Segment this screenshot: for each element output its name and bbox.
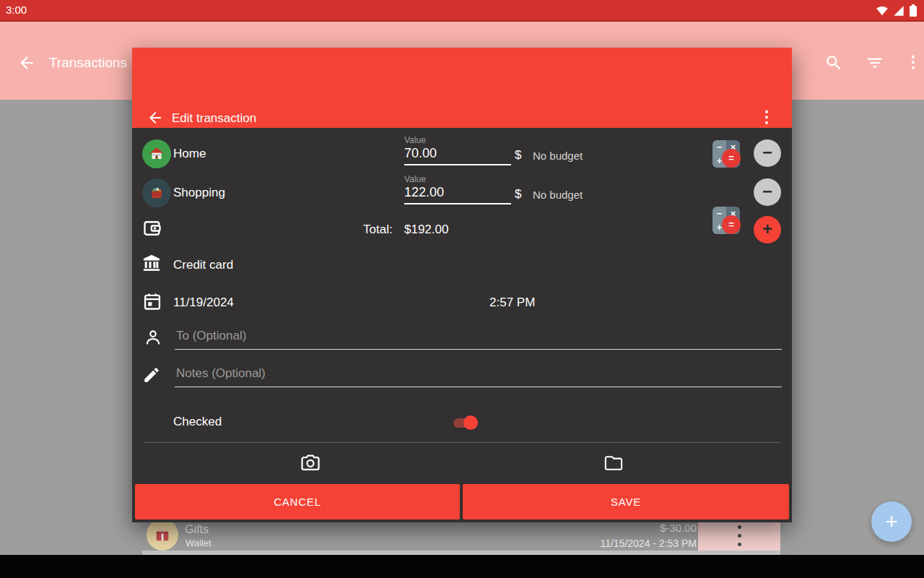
add-category-button[interactable]: +	[754, 216, 781, 243]
category-name[interactable]: Shopping	[173, 186, 225, 200]
page-title: Transactions	[49, 55, 127, 71]
currency-symbol: $	[515, 148, 521, 163]
calendar-icon	[142, 291, 162, 311]
back-arrow-icon[interactable]	[17, 53, 36, 72]
wallet-icon	[142, 218, 162, 238]
dialog-overflow-icon[interactable]: ⋮	[758, 108, 775, 126]
wifi-icon	[876, 5, 888, 17]
total-label: Total:	[363, 223, 393, 237]
gift-category-icon	[147, 519, 178, 551]
time-value[interactable]: 2:57 PM	[489, 296, 535, 310]
list-item-subtitle: Wallet	[186, 538, 212, 548]
home-category-icon[interactable]	[142, 139, 171, 168]
list-item-datetime: 11/15/2024 - 2:53 PM	[600, 538, 697, 549]
total-value: $192.00	[404, 223, 448, 237]
add-transaction-fab[interactable]: +	[871, 501, 912, 542]
value-label: Value	[404, 174, 426, 184]
calculator-icon[interactable]: −× + =	[712, 140, 740, 168]
remove-category-button[interactable]: −	[754, 139, 781, 167]
category-name[interactable]: Home	[173, 147, 206, 161]
checked-label: Checked	[173, 415, 222, 429]
status-time: 3:00	[6, 4, 27, 16]
value-label: Value	[404, 135, 426, 145]
bank-icon	[141, 254, 162, 274]
camera-icon[interactable]	[300, 452, 321, 473]
android-nav-bar	[0, 555, 924, 578]
cancel-button[interactable]: CANCEL	[135, 484, 460, 519]
edit-transaction-dialog: Edit transaction ⋮ Home Value $ No budge…	[132, 48, 792, 522]
remove-category-button[interactable]: −	[754, 178, 781, 206]
screen: 3:00 Transactions ⋮ Gifts Wallet $-30.00…	[0, 0, 924, 578]
filter-icon[interactable]	[866, 53, 884, 72]
to-input[interactable]	[175, 329, 782, 350]
cell-signal-icon	[893, 5, 905, 17]
dialog-title: Edit transaction	[172, 111, 256, 126]
pencil-icon	[142, 366, 161, 384]
list-item-amount: $-30.00	[660, 522, 697, 534]
budget-status: No budget	[533, 189, 583, 201]
folder-icon[interactable]	[603, 453, 624, 473]
dialog-back-arrow-icon[interactable]	[147, 109, 164, 126]
calculator-icon[interactable]: −× + =	[712, 207, 740, 234]
value-input[interactable]	[404, 185, 511, 204]
divider	[144, 442, 780, 443]
currency-symbol: $	[515, 187, 521, 202]
account-name[interactable]: Credit card	[173, 258, 233, 272]
search-icon[interactable]	[824, 53, 843, 72]
budget-status: No budget	[533, 150, 583, 162]
save-button[interactable]: SAVE	[463, 484, 789, 519]
dialog-header: Edit transaction ⋮	[132, 48, 792, 128]
value-input[interactable]	[404, 146, 511, 165]
battery-icon	[910, 4, 917, 17]
person-icon	[144, 328, 162, 347]
shopping-category-icon[interactable]	[142, 178, 171, 207]
status-icons	[876, 4, 917, 17]
list-item-title: Gifts	[185, 523, 209, 536]
overflow-menu-icon[interactable]: ⋮	[904, 53, 923, 72]
checked-toggle-thumb[interactable]	[463, 415, 478, 430]
notes-input[interactable]	[175, 366, 782, 387]
date-value[interactable]: 11/19/2024	[173, 296, 234, 310]
status-bar: 3:00	[0, 0, 924, 22]
